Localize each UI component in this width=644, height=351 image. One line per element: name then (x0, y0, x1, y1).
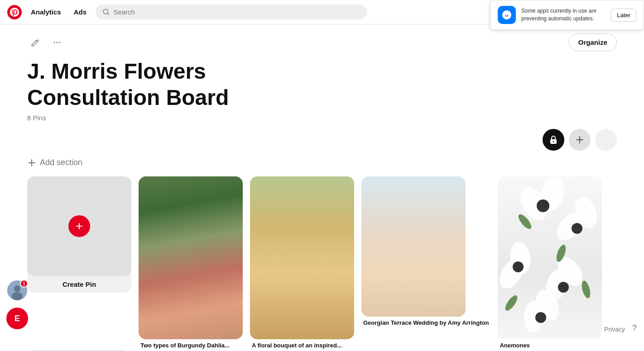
svg-point-25 (535, 312, 546, 323)
privacy-link[interactable]: Privacy (604, 326, 625, 333)
notification-badge: 1 (20, 280, 28, 288)
search-bar[interactable] (96, 5, 367, 19)
nav-ads[interactable]: Ads (70, 6, 90, 18)
search-input[interactable] (113, 8, 360, 16)
svg-point-6 (54, 42, 55, 43)
avatar2-container: E (6, 308, 28, 329)
privacy-lock-button[interactable] (543, 129, 564, 151)
organize-button[interactable]: Organize (569, 33, 617, 51)
more-options-button[interactable] (49, 34, 65, 51)
ellipsis-icon (53, 38, 62, 47)
pin-item-2: A floral bouquet of an inspired... (250, 176, 354, 351)
app-icon (498, 6, 516, 24)
svg-point-13 (537, 199, 549, 212)
svg-point-0 (7, 5, 22, 19)
nav-analytics[interactable]: Analytics (27, 6, 65, 18)
svg-point-7 (57, 42, 58, 43)
create-pin-area[interactable]: + (27, 176, 131, 276)
create-pin-label: Create Pin (62, 280, 96, 288)
update-message: Some apps currently in use are preventin… (521, 7, 606, 23)
search-icon (103, 9, 110, 16)
pin-card-3[interactable] (361, 176, 466, 317)
svg-point-19 (513, 261, 524, 272)
svg-point-4 (14, 285, 21, 292)
pin-card-1[interactable] (139, 176, 243, 339)
create-plus-icon[interactable]: + (68, 215, 90, 237)
pins-count: 8 Pins (27, 114, 617, 122)
pin-label-3: Georgian Terrace Wedding by Amy Arringto… (361, 319, 490, 328)
add-section-label: Add section (40, 158, 82, 167)
pin-label-1: Two types of Burgundy Dahlia... (139, 342, 243, 351)
pin-card-4[interactable] (498, 176, 602, 339)
pins-number: 8 (27, 114, 31, 122)
pins-text: Pins (33, 114, 46, 122)
pin-card-2[interactable] (250, 176, 354, 339)
pencil-icon (31, 38, 39, 47)
help-button[interactable]: ? (632, 323, 637, 333)
pin-label-2: A floral bouquet of an inspired... (250, 342, 354, 351)
pin-item-1: Two types of Burgundy Dahlia... (139, 176, 243, 351)
svg-point-28 (580, 280, 592, 299)
svg-point-8 (59, 42, 61, 43)
svg-point-10 (553, 141, 554, 142)
collaborator-placeholder (595, 129, 617, 151)
update-notification: Some apps currently in use are preventin… (490, 0, 644, 30)
pin-item-4: Anemones (498, 176, 602, 351)
avatar-container: 1 (6, 280, 28, 301)
svg-point-16 (572, 223, 582, 234)
later-button[interactable]: Later (611, 9, 636, 22)
main-content: Organize J. Morris Flowers Consultation … (0, 24, 644, 351)
edit-board-button[interactable] (27, 34, 43, 51)
user-avatar[interactable]: 1 (6, 280, 28, 301)
anemones-decoration (498, 176, 602, 339)
avatar2-letter: E (14, 314, 20, 323)
user-avatar2[interactable]: E (6, 308, 28, 329)
board-title: J. Morris Flowers Consultation Board (27, 58, 344, 110)
pin-item-3: Georgian Terrace Wedding by Amy Arringto… (361, 176, 490, 328)
pins-grid: + Create Pin Two types of Burgundy Dahli… (27, 176, 617, 351)
svg-point-22 (558, 282, 569, 293)
pinterest-logo[interactable] (7, 5, 22, 19)
create-pin-card[interactable]: + Create Pin (27, 176, 131, 293)
svg-point-29 (503, 294, 519, 313)
add-section[interactable]: Add section (27, 158, 617, 167)
add-section-icon (27, 158, 36, 167)
lock-icon (548, 135, 558, 145)
board-controls (27, 129, 617, 151)
svg-point-5 (12, 292, 23, 300)
app-update-icon (501, 9, 512, 20)
add-collaborator-button[interactable] (569, 129, 591, 151)
plus-icon (575, 135, 585, 145)
pin-label-4: Anemones (498, 342, 602, 351)
